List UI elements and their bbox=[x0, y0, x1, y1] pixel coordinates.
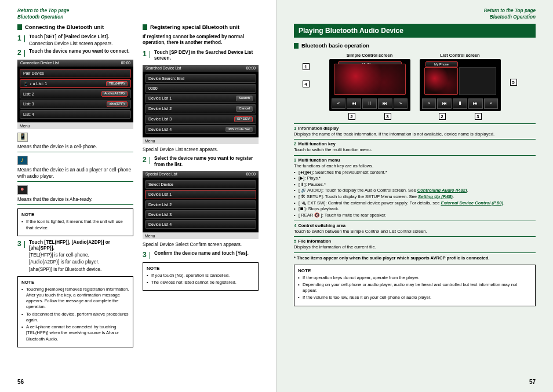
row-desc: The functions of each key are as follows… bbox=[294, 163, 536, 170]
diagram-caption: List Control screen bbox=[420, 53, 501, 58]
section-mark-icon bbox=[143, 24, 147, 30]
return-links-left[interactable]: Return to the Top page Bluetooth Operati… bbox=[17, 8, 259, 20]
step2-title: Touch the device name you want to connec… bbox=[29, 49, 133, 54]
screenshot-special-device-list: Special Device List00:00 Select Device D… bbox=[143, 171, 259, 239]
screenshot-searched-device-list: Searched Device List00:00 Device Search:… bbox=[143, 65, 259, 145]
row-head: Multi function menu bbox=[298, 157, 340, 163]
list-item: [⏸]: Pauses.* bbox=[294, 182, 536, 188]
note-item: To disconnect the device, perform above … bbox=[21, 312, 129, 324]
means-phone: Means that the device is a cell-phone. bbox=[17, 144, 133, 150]
section-link[interactable]: Bluetooth Operation bbox=[17, 14, 259, 21]
note-item: Touching [Remove] removes registration i… bbox=[21, 287, 129, 310]
callout-5: 5 bbox=[510, 79, 517, 86]
note-title: NOTE bbox=[298, 268, 532, 273]
row-head: Control switching area bbox=[298, 223, 345, 228]
simple-control-screen: My Phone «⏮⏸⏭» bbox=[329, 59, 410, 111]
caption: Special Device Select Confirm screen app… bbox=[143, 242, 259, 247]
list-item: [▶]: Plays.* bbox=[294, 175, 536, 182]
heading-text: Registering special Bluetooth unit bbox=[150, 24, 239, 30]
callout-3: 3 bbox=[384, 113, 391, 120]
diagram-caption: Simple Control screen bbox=[329, 53, 410, 58]
section-heading-registering: Registering special Bluetooth unit bbox=[143, 24, 259, 30]
screenshot-connection-device-list: Connection Device List00:00 Pair Device … bbox=[17, 60, 133, 129]
row-head: Information display bbox=[298, 126, 339, 131]
note-title: NOTE bbox=[147, 266, 254, 271]
control-screen-diagram: 1 4 Simple Control screen My Phone «⏮⏸⏭»… bbox=[294, 53, 536, 120]
note-item: The devices not listed cannot be registe… bbox=[147, 280, 254, 285]
page-number-left: 56 bbox=[17, 379, 24, 385]
page-title-bar: Playing Bluetooth Audio Device bbox=[294, 24, 536, 38]
caption: Special Device List screen appears. bbox=[143, 147, 259, 152]
list-item: [⏮][⏭]: Searches the previous/next conte… bbox=[294, 170, 536, 176]
intro-text: If registering cannot be completed by no… bbox=[143, 34, 259, 46]
note-title: NOTE bbox=[21, 212, 129, 217]
link-controlling-audio[interactable]: Controlling Audio (P.82) bbox=[417, 188, 467, 193]
note-item: Depending on your cell-phone or audio pl… bbox=[298, 282, 532, 294]
row-head: Multi function key bbox=[298, 141, 336, 146]
step-number: 1 bbox=[17, 34, 23, 47]
list-control-screen: My Phone «⏮⏸⏭» bbox=[420, 59, 501, 111]
step-number: 2 bbox=[143, 156, 148, 168]
heading-text: Connecting the Bluetooth unit bbox=[25, 24, 104, 30]
callout-2: 2 bbox=[439, 113, 446, 120]
section-mark-icon bbox=[294, 43, 299, 49]
note-item: If the icon is lighted, it means that th… bbox=[21, 219, 129, 231]
callout-2: 2 bbox=[348, 113, 355, 120]
aha-icon bbox=[17, 185, 28, 195]
explanation-table: 1Information display Displays the name o… bbox=[294, 123, 536, 253]
note-box: NOTE Touching [Remove] removes registrat… bbox=[17, 276, 133, 347]
callout-1: 1 bbox=[303, 63, 310, 70]
link-setting-up[interactable]: Setting Up (P.68) bbox=[418, 194, 453, 199]
link-external-device[interactable]: External Device Control (P.80) bbox=[441, 200, 503, 206]
step1-desc: Connection Device List screen appears. bbox=[29, 41, 133, 47]
section-mark-icon bbox=[17, 24, 22, 30]
row-head: File information bbox=[298, 239, 331, 244]
section-heading-connecting: Connecting the Bluetooth unit bbox=[17, 24, 133, 30]
callout-4: 4 bbox=[303, 80, 310, 87]
step-title: Confirm the device name and touch [Yes]. bbox=[154, 251, 259, 257]
step-number: 3 bbox=[143, 251, 148, 259]
list-item: [ 🔌 EXT SW]: Control the external device… bbox=[294, 200, 536, 207]
callout-3: 3 bbox=[475, 113, 482, 120]
row-desc: Displays the information of the current … bbox=[294, 244, 536, 251]
means-audio: Means that the device is an audio player… bbox=[17, 167, 133, 179]
step-title: Select the device name you want to regis… bbox=[154, 156, 259, 168]
note-item: If the volume is too low, raise it on yo… bbox=[298, 295, 532, 301]
row-desc: Touch to switch the multi function menu. bbox=[294, 147, 536, 153]
note-box: NOTE If the icon is lighted, it means th… bbox=[17, 208, 133, 236]
note-item: If the operation keys do not appear, ope… bbox=[298, 275, 532, 281]
list-item: [ 🔊 AUDIO]: Touch to display the Audio C… bbox=[294, 188, 536, 194]
return-links-right[interactable]: Return to the Top page Bluetooth Operati… bbox=[294, 8, 536, 20]
list-item: [ 🛠 SETUP]: Touch to display the SETUP M… bbox=[294, 194, 536, 200]
step1-title: Touch [SET] of [Paired Device List]. bbox=[29, 34, 133, 40]
note-box: NOTE If you touch [No], operation is can… bbox=[143, 262, 259, 291]
note-title: NOTE bbox=[21, 280, 129, 285]
list-item: [⏹]: Stops playback. bbox=[294, 206, 536, 213]
note-item: If you touch [No], operation is cancelle… bbox=[147, 273, 254, 279]
section-link[interactable]: Bluetooth Operation bbox=[294, 14, 536, 21]
audio-icon bbox=[17, 156, 28, 165]
step-number: 1 bbox=[143, 50, 148, 62]
means-aha: Means that the device is Aha-ready. bbox=[17, 196, 133, 203]
heading-text: Bluetooth basic operation bbox=[301, 42, 369, 49]
row-desc: Displays the name of the track informati… bbox=[294, 131, 536, 138]
row-desc: Touch to switch between the Simple Contr… bbox=[294, 229, 536, 235]
section-heading-basic-op: Bluetooth basic operation bbox=[294, 42, 536, 49]
note-box: NOTE If the operation keys do not appear… bbox=[294, 265, 536, 306]
note-item: A cell-phone cannot be connected by touc… bbox=[21, 324, 129, 342]
step3-title: Touch [TEL(HFP)], [Audio(A2DP)] or [aha(… bbox=[29, 240, 133, 252]
footnote: * These items appear only when the audio… bbox=[294, 255, 536, 261]
phone-icon bbox=[17, 133, 28, 142]
shot-title: Connection Device List bbox=[20, 61, 59, 65]
list-item: [ REAR 🔇 ]: Touch to mute the rear speak… bbox=[294, 213, 536, 219]
step-title: Touch [SP DEV] in the Searched Device Li… bbox=[154, 50, 259, 62]
return-top-link[interactable]: Return to the Top page bbox=[294, 8, 536, 14]
step-number: 3 bbox=[17, 240, 23, 273]
return-top-link[interactable]: Return to the Top page bbox=[17, 8, 259, 14]
page-number-right: 57 bbox=[529, 379, 536, 385]
step-number: 2 bbox=[17, 49, 23, 57]
